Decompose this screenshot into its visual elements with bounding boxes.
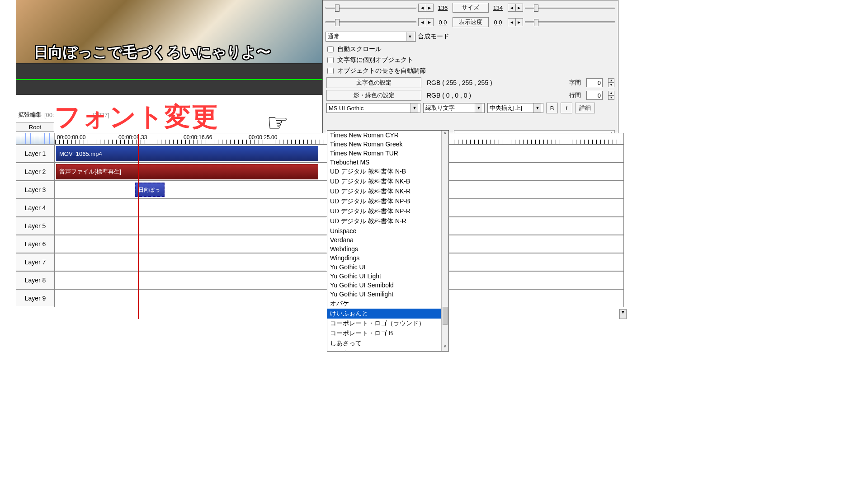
font-option[interactable]: コーポレート・ロゴ（ラウンド）: [327, 319, 448, 328]
font-option[interactable]: Times New Roman TUR: [327, 149, 448, 158]
linespace-stepper[interactable]: ▲▼: [608, 91, 614, 100]
timeline-clip[interactable]: 音声ファイル[標準再生]: [56, 164, 318, 179]
autolength-checkbox[interactable]: [327, 68, 334, 74]
chevron-down-icon: ▼: [475, 103, 482, 113]
size-stepper-left[interactable]: ◀▶: [418, 4, 434, 12]
font-dropdown-list[interactable]: Times New Roman CYRTimes New Roman Greek…: [327, 130, 449, 352]
layer-label[interactable]: Layer 2: [16, 163, 55, 181]
size-slider-left[interactable]: [326, 7, 416, 9]
autoscroll-label: 自動スクロール: [337, 45, 382, 53]
size-value-right[interactable]: 134: [491, 5, 506, 11]
charspace-label: 字間: [569, 79, 581, 87]
layer-label[interactable]: Layer 5: [16, 217, 55, 235]
pointing-hand-icon: ☞: [267, 108, 288, 137]
font-option[interactable]: Verdana: [327, 235, 448, 244]
preview-divider: [16, 79, 322, 80]
bold-button[interactable]: B: [546, 103, 558, 113]
autoscroll-checkbox[interactable]: [327, 46, 334, 52]
layer-label[interactable]: Layer 3: [16, 181, 55, 199]
font-option[interactable]: UD デジタル 教科書体 NK-B: [327, 177, 448, 187]
font-option[interactable]: オバケ: [327, 299, 448, 309]
font-option[interactable]: UD デジタル 教科書体 NK-R: [327, 187, 448, 197]
layer-label[interactable]: Layer 1: [16, 145, 55, 163]
timeline-vscroll[interactable]: ▼: [619, 309, 627, 319]
font-option[interactable]: Trebuchet MS: [327, 158, 448, 167]
font-option[interactable]: Yu Gothic UI Semilight: [327, 290, 448, 299]
shadow-color-button[interactable]: 影・縁色の設定: [326, 90, 421, 101]
layer-label[interactable]: Layer 7: [16, 253, 55, 271]
charspace-stepper[interactable]: ▲▼: [608, 78, 614, 87]
font-select[interactable]: MS UI Gothic ▼: [326, 103, 420, 113]
speed-stepper-left[interactable]: ◀▶: [418, 18, 434, 26]
text-color-value: RGB ( 255 , 255 , 255 ): [427, 79, 492, 86]
font-option[interactable]: しあさって: [327, 338, 448, 348]
playhead[interactable]: [138, 134, 139, 319]
size-slider-right[interactable]: [525, 7, 616, 9]
text-style-value: 縁取り文字: [425, 104, 455, 112]
font-option[interactable]: Yu Gothic UI: [327, 263, 448, 272]
font-option[interactable]: Webdings: [327, 244, 448, 253]
font-option[interactable]: UD デジタル 教科書体 NP-B: [327, 197, 448, 206]
scroll-up-icon[interactable]: ∧: [442, 131, 448, 138]
font-option[interactable]: Wingdings: [327, 253, 448, 263]
chevron-down-icon: ▼: [406, 32, 414, 41]
linespace-input[interactable]: [586, 91, 603, 100]
layer-label[interactable]: Layer 4: [16, 199, 55, 217]
perchar-checkbox[interactable]: [327, 57, 334, 63]
layer-label[interactable]: Layer 8: [16, 271, 55, 289]
speed-value-right[interactable]: 0.0: [491, 19, 506, 26]
detail-button[interactable]: 詳細: [575, 103, 595, 113]
font-option[interactable]: ニコカ: [327, 348, 448, 352]
root-button[interactable]: Root: [16, 122, 54, 132]
autolength-label: オブジェクトの長さを自動調節: [337, 67, 426, 75]
font-option[interactable]: Yu Gothic UI Light: [327, 272, 448, 281]
speed-slider-left[interactable]: [326, 21, 416, 23]
timeline-clip[interactable]: MOV_1065.mp4: [56, 146, 318, 161]
font-option[interactable]: Yu Gothic UI Semibold: [327, 281, 448, 290]
speed-button[interactable]: 表示速度: [453, 17, 489, 27]
annotation-label: フォント変更: [54, 99, 219, 135]
font-option[interactable]: Times New Roman Greek: [327, 140, 448, 149]
blend-mode-select[interactable]: 通常 ▼: [326, 32, 416, 42]
text-color-button[interactable]: 文字色の設定: [326, 77, 421, 88]
speed-slider-right[interactable]: [525, 21, 616, 23]
align-select[interactable]: 中央揃え[上] ▼: [487, 103, 543, 113]
layer-label[interactable]: Layer 6: [16, 235, 55, 253]
size-stepper-right[interactable]: ◀▶: [508, 4, 523, 12]
font-option[interactable]: UD デジタル 教科書体 N-B: [327, 167, 448, 177]
scrollbar-thumb[interactable]: [443, 307, 448, 325]
linespace-label: 行間: [569, 91, 581, 99]
font-option[interactable]: けいふぉんと: [327, 309, 448, 319]
font-option[interactable]: UD デジタル 教科書体 N-R: [327, 216, 448, 226]
font-select-value: MS UI Gothic: [329, 105, 363, 112]
charspace-input[interactable]: [586, 78, 603, 87]
speed-value-left[interactable]: 0.0: [435, 19, 451, 26]
font-option[interactable]: コーポレート・ロゴ B: [327, 328, 448, 338]
italic-button[interactable]: I: [561, 103, 572, 113]
dropdown-scrollbar[interactable]: ∧ ∨: [441, 131, 448, 351]
layer-label[interactable]: Layer 9: [16, 289, 55, 307]
font-option[interactable]: UD デジタル 教科書体 NP-R: [327, 206, 448, 216]
text-style-select[interactable]: 縁取り文字 ▼: [423, 103, 485, 113]
font-option[interactable]: Times New Roman CYR: [327, 131, 448, 140]
scroll-down-icon[interactable]: ∨: [442, 344, 448, 351]
perchar-label: 文字毎に個別オブジェクト: [337, 56, 413, 64]
chevron-down-icon: ▼: [533, 103, 541, 113]
align-value: 中央揃え[上]: [490, 104, 522, 112]
preview-overlay-text: 日向ぼっこで毛づくろいにゃりよ〜: [34, 42, 271, 62]
chevron-down-icon: ▼: [410, 103, 418, 113]
speed-stepper-right[interactable]: ◀▶: [508, 18, 523, 26]
blend-mode-label: 合成モード: [418, 33, 449, 41]
timeline: Root 00:00:00.00 00:00:08.33 00:00:16.66…: [16, 122, 624, 307]
font-option[interactable]: Unispace: [327, 226, 448, 235]
size-value-left[interactable]: 136: [435, 5, 451, 11]
size-button[interactable]: サイズ: [453, 3, 489, 13]
preview-pane: 日向ぼっこで毛づくろいにゃりよ〜: [16, 0, 322, 95]
ruler-zoom[interactable]: [16, 133, 55, 145]
shadow-color-value: RGB ( 0 , 0 , 0 ): [427, 92, 471, 99]
timeline-clip[interactable]: 日向ぼっ: [135, 183, 165, 197]
blend-mode-value: 通常: [328, 33, 340, 41]
